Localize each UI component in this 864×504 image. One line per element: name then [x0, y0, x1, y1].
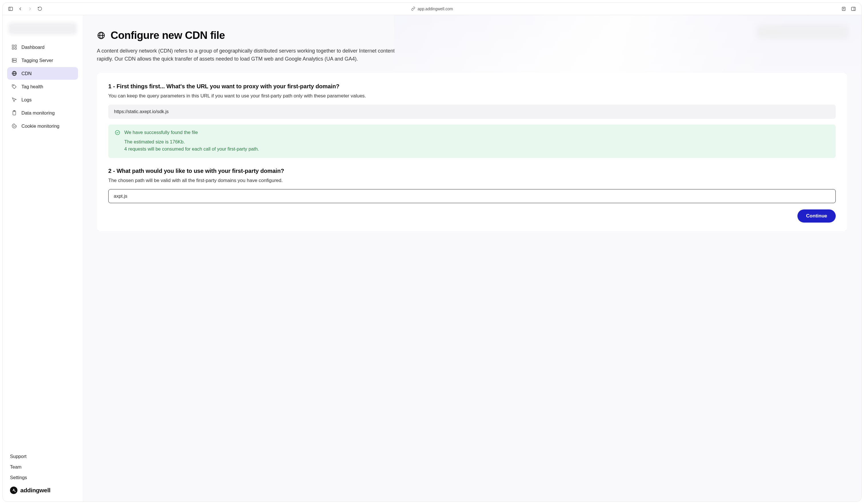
back-button[interactable]	[17, 6, 23, 12]
globe-icon	[97, 31, 106, 40]
sidebar-item-data-monitoring[interactable]: Data monitoring	[7, 107, 78, 119]
brand: A addingwell	[3, 480, 83, 496]
sidebar-item-cdn[interactable]: CDN	[7, 67, 78, 80]
brand-name: addingwell	[20, 487, 51, 494]
main-content: Configure new CDN file A content deliver…	[83, 15, 861, 501]
success-requests-text: 4 requests will be consumed for each cal…	[124, 145, 829, 153]
success-size-text: The estimated size is 176Kb.	[124, 138, 829, 145]
continue-button[interactable]: Continue	[797, 209, 836, 223]
address-bar[interactable]: app.addingwell.com	[411, 7, 453, 11]
header-actions-blurred	[757, 25, 848, 38]
success-title: We have successfully found the file	[124, 130, 198, 135]
config-card: 1 - First things first... What's the URL…	[97, 73, 847, 231]
svg-rect-7	[12, 45, 14, 47]
step1-title: 1 - First things first... What's the URL…	[108, 83, 836, 90]
step2-title: 2 - What path would you like to use with…	[108, 168, 836, 174]
sidebar-item-dashboard[interactable]: Dashboard	[7, 41, 78, 53]
svg-rect-5	[851, 7, 855, 11]
cookie-icon	[11, 123, 17, 129]
cursor-icon	[11, 97, 17, 103]
tabs-icon[interactable]	[851, 6, 856, 12]
sidebar-item-label: Logs	[21, 97, 32, 103]
svg-point-21	[13, 125, 14, 126]
share-icon[interactable]	[841, 6, 847, 12]
sidebar-item-label: Dashboard	[21, 45, 45, 50]
clipboard-icon	[11, 110, 17, 116]
step1-description: You can keep the query parameters in thi…	[108, 93, 836, 99]
brand-logo-icon: A	[10, 487, 17, 494]
sidebar-item-tag-health[interactable]: Tag health	[7, 80, 78, 93]
svg-point-22	[14, 127, 14, 127]
sidebar-item-label: Cookie monitoring	[21, 123, 59, 129]
first-party-path-input[interactable]	[108, 189, 836, 203]
sidebar: Dashboard Tagging Server CDN	[3, 15, 83, 501]
reload-button[interactable]	[37, 6, 43, 12]
url-text: app.addingwell.com	[418, 7, 453, 11]
svg-rect-9	[12, 48, 14, 49]
sidebar-item-label: Data monitoring	[21, 110, 55, 116]
server-icon	[11, 57, 17, 63]
svg-point-23	[15, 126, 15, 127]
tag-icon	[11, 83, 17, 90]
globe-icon	[11, 70, 17, 76]
sidebar-item-label: Tagging Server	[21, 58, 53, 63]
sidebar-toggle-icon[interactable]	[8, 6, 13, 12]
proxy-url-display[interactable]: https://static.axept.io/sdk.js	[108, 105, 836, 119]
success-alert: We have successfully found the file The …	[108, 124, 836, 158]
svg-point-18	[13, 85, 14, 86]
workspace-selector[interactable]	[8, 23, 77, 35]
svg-rect-10	[15, 48, 16, 49]
sidebar-item-label: Tag health	[21, 84, 43, 89]
check-circle-icon	[115, 130, 120, 135]
team-link[interactable]: Team	[10, 464, 75, 470]
nav-list: Dashboard Tagging Server CDN	[3, 41, 83, 132]
grid-icon	[11, 44, 17, 50]
forward-button	[27, 6, 33, 12]
sidebar-item-cookie-monitoring[interactable]: Cookie monitoring	[7, 120, 78, 132]
page-description: A content delivery network (CDN) refers …	[97, 47, 411, 63]
browser-toolbar: app.addingwell.com	[3, 3, 861, 15]
svg-rect-2	[842, 7, 845, 11]
support-link[interactable]: Support	[10, 454, 75, 459]
sidebar-item-logs[interactable]: Logs	[7, 93, 78, 106]
sidebar-footer-links: Support Team Settings	[3, 454, 83, 480]
svg-rect-0	[9, 7, 13, 11]
sidebar-item-tagging-server[interactable]: Tagging Server	[7, 54, 78, 67]
page-title: Configure new CDN file	[110, 29, 225, 41]
svg-rect-8	[15, 45, 16, 47]
step2-description: The chosen path will be valid with all t…	[108, 178, 836, 183]
settings-link[interactable]: Settings	[10, 475, 75, 480]
link-icon	[411, 7, 416, 11]
sidebar-item-label: CDN	[21, 71, 32, 76]
